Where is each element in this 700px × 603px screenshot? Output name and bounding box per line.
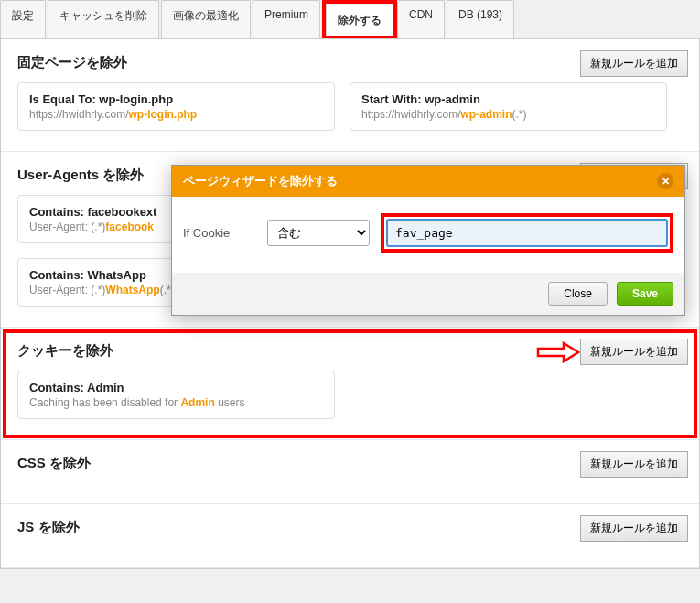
card-title-prefix: Contains: — [29, 205, 88, 219]
card-title: Is Equal To: wp-login.php — [29, 92, 323, 106]
card-title-prefix: Contains: — [29, 268, 88, 282]
card-title: Start With: wp-admin — [361, 92, 655, 106]
pages-cards: Is Equal To: wp-login.php https://hwidhr… — [17, 82, 683, 131]
card-title-prefix: Contains: — [29, 381, 87, 394]
modal-input-highlight — [381, 213, 673, 253]
tab-image-optimize[interactable]: 画像の最適化 — [161, 0, 251, 38]
save-button[interactable]: Save — [617, 282, 673, 306]
exclude-wizard-modal: ページウィザードを除外する ✕ If Cookie 含む Close Save — [171, 165, 685, 316]
modal-footer: Close Save — [172, 273, 684, 315]
card-sub-prefix: User-Agent: (.*) — [29, 221, 105, 233]
annotation-arrow — [536, 341, 580, 366]
card-subtitle: Caching has been disabled for Admin user… — [29, 396, 323, 409]
tab-exclude[interactable]: 除外する — [326, 5, 393, 36]
card-title-value: wp-admin — [425, 92, 480, 106]
tab-exclude-highlight: 除外する — [322, 0, 397, 38]
section-js: JS を除外 新規ルールを追加 — [1, 504, 699, 568]
card-title-prefix: Is Equal To: — [29, 92, 99, 106]
card-sub-value: facebook — [105, 221, 154, 233]
card-sub-prefix: User-Agent: (.*) — [29, 284, 105, 296]
card-subtitle: https://hwidhrly.com/wp-admin(.*) — [361, 108, 655, 121]
tab-settings[interactable]: 設定 — [0, 0, 46, 38]
card-sub-prefix: Caching has been disabled for — [29, 396, 180, 409]
arrow-right-icon — [536, 341, 580, 363]
add-rule-button-css[interactable]: 新規ルールを追加 — [580, 451, 688, 478]
card-sub-prefix: https://hwidhrly.com/ — [29, 108, 128, 121]
card-title-prefix: Start With: — [361, 92, 425, 106]
tab-cdn[interactable]: CDN — [397, 0, 445, 38]
close-icon[interactable]: ✕ — [657, 173, 673, 189]
cookies-cards: Contains: Admin Caching has been disable… — [17, 371, 683, 419]
tab-db[interactable]: DB (193) — [447, 0, 514, 38]
card-title: Contains: Admin — [29, 381, 323, 394]
card-sub-value: wp-admin — [460, 108, 512, 121]
modal-body: If Cookie 含む — [172, 197, 684, 273]
card-sub-value: WhatsApp — [105, 284, 159, 296]
add-rule-button-js[interactable]: 新規ルールを追加 — [580, 515, 688, 542]
modal-header: ページウィザードを除外する ✕ — [172, 166, 684, 197]
close-button[interactable]: Close — [548, 282, 608, 306]
card-sub-suffix: (.*) — [512, 108, 526, 121]
modal-value-input[interactable] — [386, 219, 668, 247]
card-title-value: WhatsApp — [88, 268, 146, 282]
section-cookies: クッキーを除外 新規ルールを追加 Contains: Admin Caching… — [1, 328, 699, 440]
card-title-value: wp-login.php — [99, 92, 173, 106]
rule-card[interactable]: Start With: wp-admin https://hwidhrly.co… — [350, 82, 667, 131]
page-root: 設定 キャッシュを削除 画像の最適化 Premium 除外する CDN DB (… — [0, 0, 700, 569]
rule-card[interactable]: Is Equal To: wp-login.php https://hwidhr… — [17, 82, 335, 131]
card-subtitle: https://hwidhrly.com/wp-login.php — [29, 108, 323, 121]
modal-condition-label: If Cookie — [183, 226, 256, 240]
tab-delete-cache[interactable]: キャッシュを削除 — [48, 0, 159, 38]
add-rule-button-cookies[interactable]: 新規ルールを追加 — [580, 339, 688, 365]
section-css: CSS を除外 新規ルールを追加 — [1, 440, 699, 504]
rule-card[interactable]: Contains: Admin Caching has been disable… — [17, 371, 335, 419]
card-sub-value: wp-login.php — [128, 108, 197, 121]
add-rule-button-pages[interactable]: 新規ルールを追加 — [580, 50, 688, 77]
card-sub-prefix: https://hwidhrly.com/ — [361, 108, 460, 121]
modal-operator-select[interactable]: 含む — [267, 220, 370, 246]
card-title-value: Admin — [87, 381, 124, 394]
section-pages: 固定ページを除外 新規ルールを追加 Is Equal To: wp-login.… — [1, 39, 699, 152]
tab-premium[interactable]: Premium — [253, 0, 320, 38]
modal-title: ページウィザードを除外する — [183, 173, 338, 189]
card-sub-suffix: users — [215, 396, 245, 409]
card-sub-value: Admin — [180, 396, 214, 409]
tab-bar: 設定 キャッシュを削除 画像の最適化 Premium 除外する CDN DB (… — [0, 0, 700, 39]
card-title-value: facebookext — [88, 205, 157, 219]
